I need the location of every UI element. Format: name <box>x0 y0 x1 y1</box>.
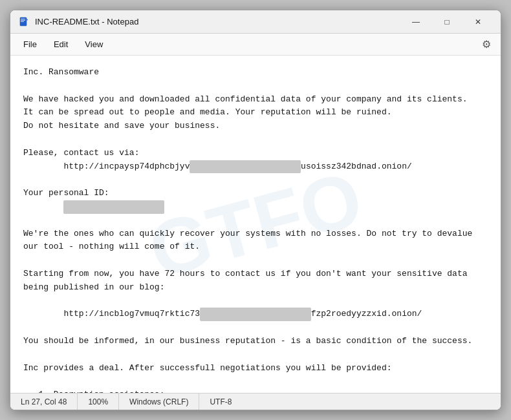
line-05: Do not hesitate and save your business. <box>23 121 220 131</box>
line-19: http://incblog7vmuq7rktic73█████████████… <box>23 309 422 319</box>
zoom-level: 100% <box>78 394 119 410</box>
line-02 <box>23 81 28 90</box>
cursor-position: Ln 27, Col 48 <box>18 394 78 410</box>
menu-view[interactable]: View <box>77 37 111 52</box>
window-title: INC-README.txt - Notepad <box>35 17 401 26</box>
menu-items: File Edit View <box>16 37 111 52</box>
minimize-button[interactable]: — <box>401 12 431 32</box>
maximize-button[interactable]: □ <box>432 12 462 32</box>
line-12 <box>23 215 28 225</box>
line-23: Inc provides a deal. After successfull n… <box>23 363 392 373</box>
line-10: Your personal ID: <box>23 188 109 198</box>
line-19-blurred: ██████████████████████ <box>200 308 311 321</box>
text-content: Inc. Ransomware We have hacked you and d… <box>23 66 488 393</box>
line-11-blurred: ████████████████████ <box>23 202 164 211</box>
line-08: http://incpaysp74dphcbjyv███████████████… <box>23 162 412 171</box>
menu-edit[interactable]: Edit <box>46 37 76 52</box>
line-14: our tool - nothing will come of it. <box>23 242 200 251</box>
line-04: It can be spread out to people and media… <box>23 107 392 117</box>
text-editor-area[interactable]: GTFO Inc. Ransomware We have hacked you … <box>10 56 501 393</box>
window-controls: — □ ✕ <box>401 12 493 32</box>
line-21: You should be informed, in our business … <box>23 336 472 346</box>
menu-file[interactable]: File <box>16 37 45 52</box>
line-24 <box>23 376 28 386</box>
status-bar: Ln 27, Col 48 100% Windows (CRLF) UTF-8 <box>10 393 501 410</box>
svg-rect-1 <box>21 19 25 19</box>
settings-icon[interactable]: ⚙ <box>477 36 495 54</box>
line-08-suffix: usoissz342bdnad.onion/ <box>301 162 412 171</box>
line-06 <box>23 134 28 144</box>
line-17: being published in our blog: <box>23 282 164 292</box>
line-15 <box>23 255 28 265</box>
personal-id-blurred: ████████████████████ <box>63 200 164 214</box>
line-09 <box>23 174 28 184</box>
line-08-blurred: ██████████████████████ <box>190 160 301 174</box>
line-01: Inc. Ransomware <box>23 67 99 77</box>
title-bar: INC-README.txt - Notepad — □ ✕ <box>10 10 501 34</box>
svg-rect-2 <box>21 20 25 21</box>
menu-bar: File Edit View ⚙ <box>10 34 501 56</box>
line-03: We have hacked you and downloaded all co… <box>23 94 468 104</box>
line-25: 1. Decryption assistance; <box>23 390 164 393</box>
line-19-prefix: http://incblog7vmuq7rktic73 <box>23 309 200 319</box>
line-08-prefix: http://incpaysp74dphcbjyv <box>23 162 190 171</box>
line-20 <box>23 322 28 332</box>
line-16: Starting from now, you have 72 hours to … <box>23 269 468 278</box>
notepad-window: INC-README.txt - Notepad — □ ✕ File Edit… <box>10 10 501 410</box>
line-22 <box>23 350 28 359</box>
line-ending: Windows (CRLF) <box>119 394 199 410</box>
app-icon <box>18 16 30 28</box>
line-19-suffix: fzp2roedyyzzxid.onion/ <box>311 309 422 319</box>
line-18 <box>23 296 28 306</box>
line-07: Please, contact us via: <box>23 148 139 158</box>
line-13: We're the ones who can quickly recover y… <box>23 229 472 238</box>
close-button[interactable]: ✕ <box>463 12 493 32</box>
encoding: UTF-8 <box>199 394 242 410</box>
svg-rect-3 <box>21 21 24 22</box>
